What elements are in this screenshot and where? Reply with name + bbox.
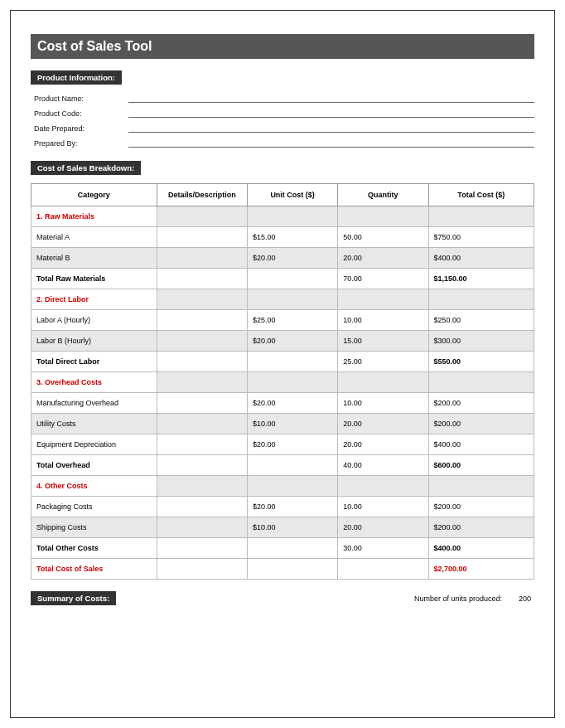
cell-unit_cost: $20.00 [248,497,338,517]
breakdown-header: Cost of Sales Breakdown: [31,161,141,175]
page-title: Cost of Sales Tool [31,34,534,59]
table-row: 2. Direct Labor [31,289,534,310]
prepared-by-row: Prepared By: [31,138,534,148]
units-produced-label: Number of units produced: [414,595,502,603]
cell-unit_cost [248,269,338,289]
cell-category: Total Cost of Sales [31,559,157,580]
cell-quantity [338,559,428,580]
cell-total_cost: $200.00 [428,497,534,517]
table-row: 3. Overhead Costs [31,372,534,393]
cell-quantity: 10.00 [338,310,428,331]
cell-details [157,476,247,497]
cell-total_cost: $200.00 [428,517,534,538]
product-code-field[interactable] [128,108,534,118]
table-row: Packaging Costs$20.0010.00$200.00 [31,497,534,517]
cell-quantity: 10.00 [338,393,428,414]
cell-unit_cost [248,476,338,497]
cell-details [157,248,247,269]
table-row: Material B$20.0020.00$400.00 [31,248,534,269]
units-produced-value: 200 [519,595,531,603]
product-info-block: Product Name: Product Code: Date Prepare… [31,93,534,148]
cell-details [157,434,247,455]
cell-quantity: 70.00 [338,269,428,289]
cell-details [157,372,247,393]
cell-total_cost: $400.00 [428,538,534,559]
prepared-by-field[interactable] [128,138,534,148]
table-row: Total Direct Labor25.00$550.00 [31,352,534,372]
cell-quantity [338,206,428,227]
cell-details [157,455,247,476]
cell-unit_cost: $20.00 [248,248,338,269]
cell-unit_cost: $25.00 [248,310,338,331]
cell-total_cost: $1,150.00 [428,269,534,289]
cell-details [157,497,247,517]
cell-unit_cost [248,289,338,310]
cell-category: Utility Costs [31,414,157,434]
product-info-header: Product Information: [31,70,122,85]
cell-quantity: 30.00 [338,538,428,559]
product-name-label: Product Name: [31,95,128,103]
product-name-field[interactable] [128,93,534,103]
cell-details [157,269,247,289]
cell-details [157,310,247,331]
cell-category: 1. Raw Materials [31,206,157,227]
cell-quantity [338,372,428,393]
product-code-row: Product Code: [31,108,534,118]
date-prepared-label: Date Prepared: [31,124,128,133]
cell-quantity [338,289,428,310]
cell-unit_cost [248,455,338,476]
cell-total_cost: $300.00 [428,331,534,352]
cell-details [157,331,247,352]
summary-row: Summary of Costs: Number of units produc… [31,591,534,605]
table-row: 4. Other Costs [31,476,534,497]
cell-total_cost [428,476,534,497]
table-header-row: Category Details/Description Unit Cost (… [31,184,534,206]
prepared-by-label: Prepared By: [31,139,128,148]
document-page: Cost of Sales Tool Product Information: … [10,10,555,718]
cell-unit_cost: $20.00 [248,434,338,455]
table-row: Labor B (Hourly)$20.0015.00$300.00 [31,331,534,352]
cell-total_cost: $200.00 [428,414,534,434]
cell-category: Total Other Costs [31,538,157,559]
cell-category: 2. Direct Labor [31,289,157,310]
cell-details [157,538,247,559]
cell-details [157,352,247,372]
col-unit-cost: Unit Cost ($) [248,184,338,206]
col-category: Category [31,184,157,206]
cell-quantity: 20.00 [338,517,428,538]
cell-details [157,559,247,580]
cell-quantity: 40.00 [338,455,428,476]
cell-details [157,414,247,434]
cell-total_cost: $200.00 [428,393,534,414]
cell-category: Material B [31,248,157,269]
date-prepared-field[interactable] [128,123,534,133]
cell-total_cost [428,206,534,227]
table-row: Total Overhead40.00$600.00 [31,455,534,476]
table-row: Manufacturing Overhead$20.0010.00$200.00 [31,393,534,414]
cell-category: Manufacturing Overhead [31,393,157,414]
table-row: Total Cost of Sales$2,700.00 [31,559,534,580]
cell-total_cost: $600.00 [428,455,534,476]
cell-unit_cost [248,352,338,372]
table-row: Utility Costs$10.0020.00$200.00 [31,414,534,434]
col-total-cost: Total Cost ($) [428,184,534,206]
cell-total_cost: $550.00 [428,352,534,372]
cell-unit_cost: $10.00 [248,414,338,434]
cell-unit_cost: $20.00 [248,331,338,352]
cell-unit_cost [248,206,338,227]
cell-details [157,206,247,227]
cell-quantity: 15.00 [338,331,428,352]
cell-unit_cost [248,538,338,559]
cell-category: 3. Overhead Costs [31,372,157,393]
col-details: Details/Description [157,184,247,206]
date-prepared-row: Date Prepared: [31,123,534,133]
cell-category: Labor A (Hourly) [31,310,157,331]
table-row: Equipment Depreciation$20.0020.00$400.00 [31,434,534,455]
cell-details [157,393,247,414]
cell-unit_cost: $20.00 [248,393,338,414]
table-row: Total Raw Materials70.00$1,150.00 [31,269,534,289]
cell-quantity: 25.00 [338,352,428,372]
cell-quantity: 20.00 [338,414,428,434]
cell-quantity: 20.00 [338,434,428,455]
product-code-label: Product Code: [31,109,128,118]
